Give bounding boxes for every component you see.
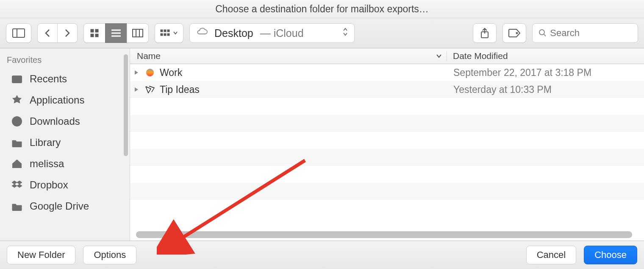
search-input[interactable] (549, 27, 632, 39)
titlebar: Choose a destination folder for mailbox … (0, 0, 644, 18)
svg-line-22 (544, 34, 546, 36)
column-view-button[interactable] (127, 23, 149, 43)
new-folder-button[interactable]: New Folder (7, 246, 75, 264)
sidebar-toggle-icon (12, 28, 25, 38)
cloud-icon (196, 28, 208, 39)
nav-group (37, 23, 78, 43)
svg-marker-30 (17, 181, 22, 184)
share-button[interactable] (473, 23, 497, 43)
svg-rect-12 (161, 30, 163, 32)
svg-rect-5 (95, 34, 98, 37)
sidebar-scrollbar[interactable] (124, 54, 128, 156)
svg-rect-15 (161, 34, 163, 36)
file-name: Tip Ideas (157, 84, 447, 95)
recents-icon (10, 72, 24, 86)
home-icon (10, 157, 24, 171)
folder-dark-icon (143, 85, 157, 94)
column-date[interactable]: Date Modified (447, 51, 635, 61)
svg-rect-23 (12, 76, 22, 83)
sidebar-item-label: Applications (30, 94, 84, 106)
open-panel: Choose a destination folder for mailbox … (0, 0, 644, 269)
sidebar-item-googledrive[interactable]: Google Drive (0, 196, 130, 217)
arrange-icon (160, 29, 171, 37)
sidebar-item-downloads[interactable]: Downloads (0, 111, 130, 132)
location-name: Desktop (214, 27, 253, 39)
svg-point-20 (516, 32, 518, 34)
disclosure-triangle-icon[interactable] (130, 87, 143, 92)
svg-rect-0 (13, 29, 25, 37)
svg-rect-4 (91, 34, 94, 37)
sidebar-item-applications[interactable]: Applications (0, 90, 130, 111)
sidebar-item-label: Library (30, 137, 61, 149)
chevron-down-icon (436, 53, 442, 59)
sidebar-item-label: Google Drive (30, 200, 89, 212)
svg-rect-28 (16, 165, 18, 168)
icon-view-button[interactable] (83, 23, 105, 43)
svg-rect-3 (95, 29, 98, 32)
title-text: Choose a destination folder for mailbox … (215, 3, 429, 15)
svg-rect-9 (133, 29, 143, 37)
file-date: September 22, 2017 at 3:18 PM (447, 67, 636, 78)
tags-button[interactable] (502, 23, 526, 43)
sidebar-item-dropbox[interactable]: Dropbox (0, 174, 130, 196)
options-button[interactable]: Options (83, 246, 136, 264)
svg-point-21 (539, 30, 544, 35)
sidebar-header: Favorites (0, 53, 130, 68)
chevron-down-icon (173, 31, 178, 35)
dropbox-icon (10, 178, 24, 192)
back-button[interactable] (37, 23, 58, 43)
sidebar-item-label: Downloads (30, 115, 80, 127)
forward-button[interactable] (57, 23, 78, 43)
search-icon (539, 29, 546, 37)
svg-point-35 (146, 69, 154, 76)
horizontal-scrollbar[interactable] (136, 231, 632, 238)
columns-icon (132, 29, 143, 37)
disclosure-triangle-icon[interactable] (130, 70, 143, 76)
sidebar: Favorites Recents Applications Downloads… (0, 48, 130, 241)
svg-marker-31 (12, 184, 17, 188)
svg-rect-14 (167, 30, 169, 32)
bottom-toolbar: New Folder Options Cancel Choose (0, 241, 644, 269)
svg-marker-33 (135, 70, 138, 75)
sidebar-item-label: Recents (30, 73, 67, 85)
file-list: Name Date Modified Work September 22, 20… (130, 48, 644, 241)
column-header: Name Date Modified (130, 48, 644, 64)
location-source: — iCloud (260, 27, 304, 39)
file-date: Yesterday at 10:33 PM (447, 84, 636, 95)
file-name: Work (157, 67, 447, 78)
sidebar-item-library[interactable]: Library (0, 132, 130, 153)
toolbar: Desktop — iCloud (0, 18, 644, 48)
downloads-icon (10, 115, 24, 128)
toggle-sidebar-button[interactable] (6, 23, 31, 43)
view-mode-group (83, 23, 149, 43)
folder-icon (10, 199, 24, 213)
sidebar-item-home[interactable]: melissa (0, 153, 130, 174)
svg-rect-2 (91, 29, 94, 32)
file-row[interactable]: Work September 22, 2017 at 3:18 PM (130, 64, 644, 81)
sort-indicator (436, 53, 442, 59)
list-view-button[interactable] (105, 23, 127, 43)
svg-marker-29 (12, 181, 17, 184)
arrange-button[interactable] (155, 23, 183, 43)
cancel-button[interactable]: Cancel (526, 246, 576, 264)
search-field[interactable] (532, 23, 638, 43)
sidebar-item-recents[interactable]: Recents (0, 68, 130, 90)
svg-marker-32 (17, 184, 22, 188)
chevron-right-icon (64, 29, 70, 37)
updown-icon (342, 27, 348, 39)
folder-color-icon (143, 68, 157, 77)
choose-button[interactable]: Choose (584, 246, 637, 264)
sidebar-item-label: melissa (30, 158, 64, 170)
sidebar-item-label: Dropbox (30, 179, 68, 191)
file-row[interactable]: Tip Ideas Yesterday at 10:33 PM (130, 81, 644, 98)
svg-rect-13 (164, 30, 166, 32)
svg-rect-16 (164, 34, 166, 36)
chevron-left-icon (44, 29, 50, 37)
location-popup[interactable]: Desktop — iCloud (189, 23, 355, 43)
tag-icon (508, 28, 521, 38)
column-name[interactable]: Name (130, 51, 447, 61)
svg-marker-36 (135, 87, 138, 92)
grid-icon (90, 28, 99, 38)
applications-icon (10, 93, 24, 107)
share-icon (480, 28, 489, 39)
